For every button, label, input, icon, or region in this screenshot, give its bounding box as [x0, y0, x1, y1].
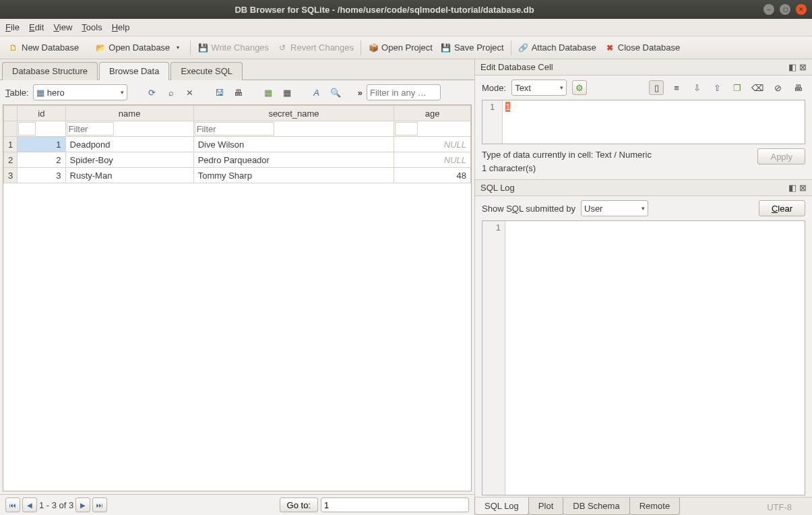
col-header-age[interactable]: age: [394, 106, 471, 121]
table-row[interactable]: 3 3 Rusty-Man Tommy Sharp 48: [4, 168, 471, 183]
open-project-button[interactable]: 📦 Open Project: [364, 40, 437, 55]
attach-database-label: Attach Database: [532, 42, 596, 53]
cell-editor[interactable]: 1 1: [482, 100, 805, 144]
filter-name-input[interactable]: [67, 122, 114, 135]
insert-record-button[interactable]: ▦: [261, 85, 276, 100]
sql-log-body[interactable]: 1: [482, 220, 805, 495]
copy-button[interactable]: ❐: [730, 80, 745, 95]
tab-database-structure[interactable]: Database Structure: [2, 62, 98, 80]
table-row[interactable]: 1 1 Deadpond Dive Wilson NULL: [4, 137, 471, 152]
overflow-icon[interactable]: »: [358, 88, 363, 98]
table-selector[interactable]: ▦ hero ▾: [33, 84, 127, 100]
open-database-button[interactable]: 📂 Open Database ▾: [91, 40, 187, 55]
corner-header[interactable]: [4, 106, 18, 121]
dropdown-icon: ▾: [642, 205, 645, 212]
print-cell-button[interactable]: 🖶: [790, 80, 805, 95]
clear-button[interactable]: ⊘: [770, 80, 785, 95]
menu-tools[interactable]: Tools: [82, 22, 102, 32]
right-pane: Edit Database Cell ◧ ⊠ Mode: Text ▾ ⚙ ▯ …: [474, 59, 812, 515]
cell-age[interactable]: NULL: [394, 137, 471, 152]
cell-name[interactable]: Rusty-Man: [65, 168, 193, 183]
mode-value: Text: [515, 83, 531, 93]
mode-selector[interactable]: Text ▾: [511, 80, 567, 96]
cell-name[interactable]: Deadpond: [65, 137, 193, 152]
tab-execute-sql[interactable]: Execute SQL: [170, 62, 243, 80]
cell-name[interactable]: Spider-Boy: [65, 152, 193, 168]
row-header[interactable]: 1: [4, 137, 18, 152]
close-button[interactable]: ✕: [796, 4, 807, 15]
print-icon: 🖶: [794, 83, 803, 93]
filter-any-input[interactable]: [367, 84, 441, 100]
main-area: Database Structure Browse Data Execute S…: [0, 59, 812, 515]
print-icon: 🖶: [234, 88, 243, 98]
menu-view[interactable]: View: [53, 22, 72, 32]
attach-database-button[interactable]: 🔗 Attach Database: [514, 40, 600, 55]
refresh-button[interactable]: ⟳: [145, 85, 160, 100]
revert-changes-button[interactable]: ↺ Revert Changes: [273, 40, 358, 55]
menu-edit[interactable]: Edit: [29, 22, 44, 32]
null-button[interactable]: ⌫: [750, 80, 765, 95]
cell-id[interactable]: 1: [18, 137, 65, 152]
save-project-button[interactable]: 💾 Save Project: [437, 40, 508, 55]
word-wrap-button[interactable]: ≡: [669, 80, 684, 95]
cell-age[interactable]: NULL: [394, 152, 471, 168]
clear-filters-button[interactable]: ⌕: [164, 85, 179, 100]
filter-id-input[interactable]: [18, 122, 36, 135]
col-header-name[interactable]: name: [65, 106, 193, 121]
cell-age[interactable]: 48: [394, 168, 471, 183]
data-grid: id name secret_name age 1 1: [3, 104, 472, 491]
mode-label: Mode:: [482, 83, 506, 93]
close-panel-icon[interactable]: ⊠: [799, 62, 807, 72]
menu-file[interactable]: File: [5, 22, 20, 32]
project-open-icon: 📦: [368, 42, 379, 53]
import-button[interactable]: ⇩: [689, 80, 704, 95]
close-panel-icon[interactable]: ⊠: [799, 183, 807, 193]
col-header-secret-name[interactable]: secret_name: [193, 106, 394, 121]
close-database-button[interactable]: ✖ Close Database: [600, 40, 685, 55]
float-panel-icon[interactable]: ◧: [788, 183, 797, 193]
cell-secret-name[interactable]: Tommy Sharp: [193, 168, 394, 183]
table-label: Table:: [5, 88, 29, 98]
cell-secret-name[interactable]: Pedro Parqueador: [193, 152, 394, 168]
print-button[interactable]: 🖶: [231, 85, 246, 100]
clear-icon: ⊘: [774, 83, 782, 93]
titlebar: DB Browser for SQLite - /home/user/code/…: [0, 0, 812, 19]
new-database-label: New Database: [22, 42, 79, 53]
editor-text[interactable]: 1: [503, 100, 805, 144]
cell-type-line: Type of data currently in cell: Text / N…: [482, 148, 752, 162]
separator: [361, 40, 361, 55]
export-button[interactable]: ⇧: [710, 80, 724, 95]
search-button[interactable]: 🔍: [328, 85, 343, 100]
menu-help[interactable]: Help: [112, 22, 130, 32]
save-table-button[interactable]: 🖫: [212, 85, 227, 100]
filter-secret-name-input[interactable]: [195, 122, 274, 135]
delete-record-button[interactable]: ▦: [280, 85, 294, 100]
cell-secret-name[interactable]: Dive Wilson: [193, 137, 394, 152]
apply-button[interactable]: Apply: [757, 148, 805, 164]
text-icon: ▯: [654, 83, 659, 93]
table-row[interactable]: 2 2 Spider-Boy Pedro Parqueador NULL: [4, 152, 471, 168]
filter-row-header: [4, 121, 18, 137]
col-header-id[interactable]: id: [18, 106, 65, 121]
sql-source-selector[interactable]: User ▾: [581, 200, 648, 216]
new-database-button[interactable]: 🗋 New Database: [4, 40, 83, 55]
float-panel-icon[interactable]: ◧: [788, 62, 797, 72]
filter-age-input[interactable]: [395, 122, 418, 135]
auto-switch-button[interactable]: ⚙: [572, 80, 587, 95]
sort-clear-icon: ⨯: [186, 88, 193, 98]
clear-log-button[interactable]: Clear: [759, 200, 805, 216]
table-icon: ▦: [36, 88, 44, 98]
row-header[interactable]: 3: [4, 168, 18, 183]
maximize-button[interactable]: ◻: [780, 4, 790, 15]
minimize-button[interactable]: –: [763, 4, 774, 15]
write-changes-button[interactable]: 💾 Write Changes: [193, 40, 273, 55]
font-button[interactable]: A: [309, 85, 324, 100]
browse-data-panel: Table: ▦ hero ▾ ⟳ ⌕ ⨯ 🖫 🖶 ▦ ▦ A 🔍: [0, 80, 474, 515]
clear-sort-button[interactable]: ⨯: [183, 85, 197, 100]
dropdown-icon: ▾: [121, 89, 124, 96]
text-mode-button[interactable]: ▯: [649, 80, 664, 95]
row-header[interactable]: 2: [4, 152, 18, 168]
cell-id[interactable]: 3: [18, 168, 65, 183]
cell-id[interactable]: 2: [18, 152, 65, 168]
tab-browse-data[interactable]: Browse Data: [99, 62, 169, 80]
